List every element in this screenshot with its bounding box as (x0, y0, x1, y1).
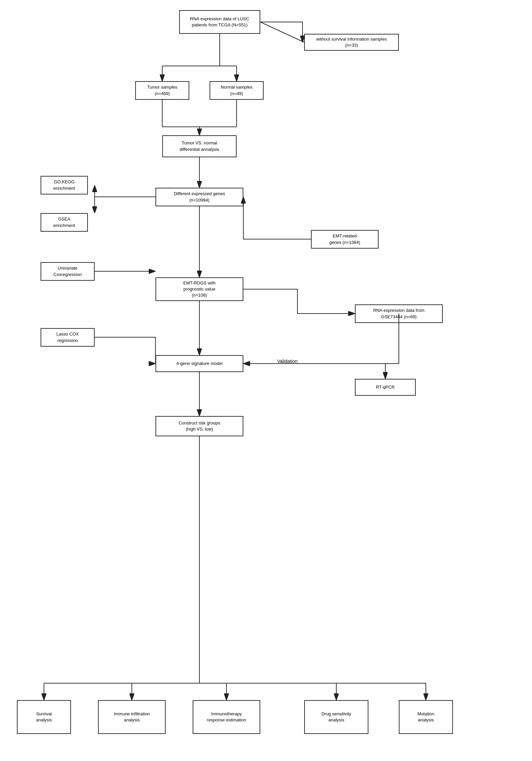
rt-qpcr-box: RT-qPCR (355, 379, 416, 396)
drug-box: Drug sensitivity analysis (304, 700, 368, 734)
immune-box: Immune infiltration analysis (98, 700, 166, 734)
svg-line-1 (260, 22, 304, 42)
deg-box: Different expressed genes (n=10994) (155, 188, 243, 206)
flowchart-arrows (0, 0, 532, 761)
rna-gse-box: RNA expression data from GSE73404 (n=69) (355, 304, 443, 323)
emt-rdgs-box: EMT-RDGS with prognostic value (n=108) (155, 277, 243, 301)
gsea-box: GSEA enrichment (41, 213, 88, 232)
diff-analysis-box: Tumor VS. normal differential annalysis (162, 135, 237, 157)
go-kegg-box: GO,KEGG enrichment (41, 176, 88, 194)
lasso-box: Lasso COX regression (41, 328, 95, 347)
rna-tcga-box: RNA expression data of LUSC patients fro… (179, 10, 260, 34)
validation-label: Validation (277, 359, 297, 364)
immunotherapy-box: Immunotherapy response estimation (193, 700, 260, 734)
risk-groups-box: Construct risk groups (high VS. low) (155, 416, 243, 436)
tumor-samples-box: Tumor samples (n=469) (135, 81, 189, 100)
emt-genes-box: EMT-related genes (n=1384) (311, 230, 379, 249)
no-survival-box: without survival information samples (n=… (304, 34, 399, 51)
normal-samples-box: Normal samples (n=49) (210, 81, 264, 100)
flowchart: RNA expression data of LUSC patients fro… (0, 0, 532, 761)
four-gene-box: 4-gene signature model (155, 355, 243, 372)
mutation-box: Mutation analysis (399, 700, 453, 734)
survival-box: Survival analysis (17, 700, 71, 734)
univariate-box: Univariate Coxregression (41, 262, 95, 281)
